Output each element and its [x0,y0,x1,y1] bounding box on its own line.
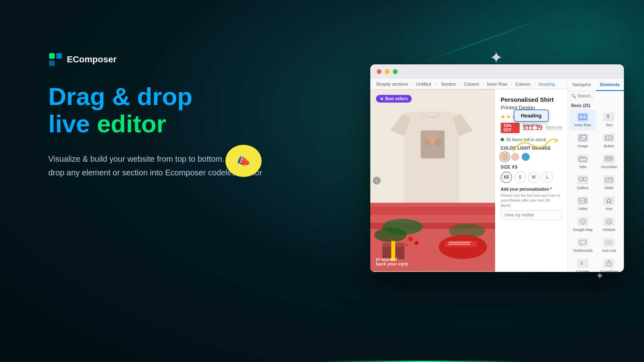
svg-marker-47 [606,198,612,203]
breadcrumb-heading[interactable]: Heading [538,82,555,86]
element-item-google-map[interactable]: Google Map [570,214,596,235]
browser-titlebar [370,64,624,79]
best-sellers-badge: ★ Best sellers [376,95,412,103]
element-item-text[interactable]: T Text [596,109,623,130]
size-btn-s[interactable]: S [514,172,526,183]
element-icon-google-map [577,217,588,226]
personalization-input[interactable] [501,210,562,220]
element-item-hotspot[interactable]: Hotspot [596,214,623,235]
element-icon-text: T [603,113,615,121]
element-label-gallery: Gallery [577,186,588,190]
element-icon-inner-row [577,113,588,121]
element-item-button[interactable]: Button [596,130,623,151]
element-label-tabs: Tabs [579,165,586,169]
tab-navigator[interactable]: Navigator [568,79,596,91]
breadcrumb-sep5: › [510,82,512,86]
product-area: ★ Best sellers ‹ [370,89,568,272]
panel-search: 🔍 CTRL+K [568,91,624,101]
stock-dot [501,138,504,141]
size-btn-l[interactable]: L [542,172,553,183]
element-item-icon[interactable]: Icon [596,193,623,214]
window-close-dot [377,69,382,74]
megaphone-bubble: 📣 [225,145,262,177]
personalization-label: Add your personalization * [501,187,562,191]
tooltip-heading-label: Heading [521,113,541,119]
breadcrumb-section[interactable]: Section [441,82,456,86]
element-item-testimonials[interactable]: Testimonials [570,235,596,256]
svg-rect-40 [583,177,586,181]
element-icon-hotspot [603,217,615,226]
svg-rect-5 [370,207,495,215]
element-icon-icon [603,196,615,205]
element-label-image: Image [578,144,588,148]
heading-tooltip: Heading Heading [514,109,549,128]
svg-rect-29 [579,135,586,141]
editor-main: Shopify sections › Untitled ⌄ Section › … [370,79,568,272]
element-label-button: Button [604,144,614,148]
breadcrumb-sep3: › [459,82,461,86]
svg-point-24 [415,241,419,245]
element-icon-image [577,134,588,142]
brand-watermark: pi apparel back your style [376,257,408,266]
svg-rect-0 [49,53,55,59]
svg-point-19 [434,139,442,146]
logo-icon [48,52,63,67]
element-icon-countdown [603,259,615,268]
element-item-countdown[interactable]: Countdown [596,256,623,272]
personalization-note: Please note the font size and color in p… [501,193,562,208]
element-label-icon: Icon [606,207,613,211]
headline: Drag & drop live editor [48,83,270,138]
size-btn-xs[interactable]: XS [501,172,512,183]
element-item-accordion[interactable]: Accordion [596,151,623,172]
element-label-google-map: Google Map [573,228,592,232]
svg-point-54 [606,242,607,243]
product-title: Personalised Shirt [501,96,562,104]
best-sellers-icon: ★ [380,97,384,101]
element-item-slider[interactable]: Slider [596,172,623,193]
element-item-inner-row[interactable]: Inner Row [570,109,596,130]
logo-area: EComposer [48,52,270,67]
svg-rect-39 [579,177,582,181]
element-item-tabs[interactable]: Tabs [570,151,596,172]
brand-line2: back your style [376,261,408,266]
element-label-hotspot: Hotspot [603,228,615,232]
element-icon-slider [603,175,615,184]
breadcrumb-column1[interactable]: Column [464,82,479,86]
element-item-image[interactable]: Image [570,130,596,151]
breadcrumb-innerrow[interactable]: Inner Row [487,82,507,86]
element-icon-gallery [577,175,588,184]
squiggly-arrow [509,135,561,163]
element-icon-accordion [603,154,615,163]
color-swatch-peach[interactable] [501,153,509,161]
element-icon-counter: # [577,259,588,268]
size-options: XS S M L [501,172,562,183]
element-label-accordion: Accordion [601,165,617,169]
svg-point-23 [408,237,413,241]
element-label-video: Video [578,207,587,211]
search-input[interactable] [578,94,624,98]
browser-wrapper: Shopify sections › Untitled ⌄ Section › … [370,64,624,272]
breadcrumb-shopify[interactable]: Shopify sections [376,82,408,86]
brand-line1: pi apparel [376,257,408,261]
element-item-icon-list[interactable]: Icon List [596,235,623,256]
svg-text:T: T [607,114,610,120]
element-item-counter[interactable]: # Counter [570,256,596,272]
product-nav-arrow-left[interactable]: ‹ [373,177,381,185]
element-item-video[interactable]: Video [570,193,596,214]
svg-point-25 [405,243,408,247]
star2: ★ [506,114,511,119]
element-label-icon-list: Icon List [602,249,616,253]
breadcrumb-column2[interactable]: Column [515,82,530,86]
element-label-testimonials: Testimonials [573,249,593,253]
tab-elements[interactable]: Elements [596,79,624,91]
element-icon-testimonials [577,238,588,247]
breadcrumb-untitled[interactable]: Untitled [416,82,431,86]
element-label-inner-row: Inner Row [574,123,591,127]
element-icon-video [577,196,588,205]
element-label-countdown: Countdown [600,269,618,272]
element-item-gallery[interactable]: Gallery [570,172,596,193]
browser-mockup: Shopify sections › Untitled ⌄ Section › … [370,64,624,272]
size-btn-m[interactable]: M [528,172,539,183]
megaphone-icon: 📣 [237,154,251,168]
product-image-col: ★ Best sellers ‹ [370,89,495,272]
